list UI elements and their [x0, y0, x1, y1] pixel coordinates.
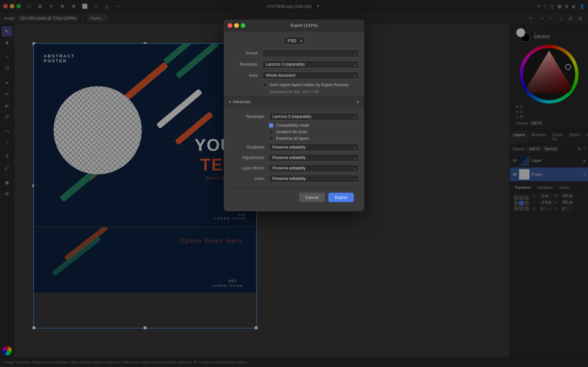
gradients-row: Gradients: Preserve editability: [229, 143, 359, 151]
dialog-tl-green[interactable]: [241, 23, 245, 28]
preset-select-wrap: [262, 49, 359, 57]
adjustments-wrap: Preserve editability: [269, 154, 359, 162]
gradients-wrap: Preserve editability: [269, 143, 359, 151]
cancel-button[interactable]: Cancel: [299, 193, 325, 202]
adjustments-row: Adjustments: Preserve editability: [229, 154, 359, 162]
effects-row: Layer effects: Preserve editability: [229, 164, 359, 172]
export-button[interactable]: Export: [328, 193, 354, 202]
gradients-label: Gradients:: [229, 145, 265, 150]
dialog-title: Export (142%): [248, 23, 360, 28]
area-label: Area:: [229, 73, 258, 78]
lines-row: Lines: Preserve editability: [229, 175, 359, 183]
collapse-icon: ▾: [229, 100, 231, 104]
dialog-body: PSD Preset: Resample: Lanczos 3 (se: [224, 31, 364, 211]
adv-resample-select[interactable]: Lanczos 3 (separable): [269, 113, 359, 120]
resample-row: Resample: Lanczos 3 (separable): [229, 60, 359, 68]
compat-checkbox[interactable]: [269, 123, 273, 128]
effects-wrap: Preserve editability: [269, 164, 359, 172]
dialog-tl-red[interactable]: [228, 23, 232, 28]
advanced-toggle[interactable]: ▾ Advanced ≡: [224, 96, 364, 107]
adv-resample-label: Resample:: [229, 114, 265, 119]
area-select-wrap: Whole document: [262, 72, 359, 79]
resample-select[interactable]: Lanczos 3 (separable): [262, 60, 359, 68]
advanced-section: Resample: Lanczos 3 (separable) Compatib…: [229, 109, 359, 188]
filesize-label: Estimated File Size:: [270, 90, 301, 94]
gradients-select[interactable]: Preserve editability: [269, 143, 359, 151]
compat-row: Compatibility mode: [269, 123, 359, 128]
resample-select-wrap: Lanczos 3 (separable): [262, 60, 359, 68]
adv-resample-wrap: Lanczos 3 (separable): [269, 113, 359, 120]
filesize-row: Estimated File Size: 283.17 kB: [229, 90, 359, 94]
dialog-titlebar: Export (142%): [224, 20, 364, 31]
dialog-traffic-lights: [228, 23, 245, 28]
advanced-menu-icon[interactable]: ≡: [356, 99, 359, 104]
format-row: PSD: [229, 37, 359, 45]
format-select-wrap: PSD: [284, 37, 305, 45]
rasterise-checkbox[interactable]: [269, 136, 273, 141]
adv-checks: Compatibility mode Smallest file sizes R…: [269, 123, 359, 141]
area-select[interactable]: Whole document: [262, 72, 359, 79]
dialog-overlay: Export (142%) PSD Preset:: [0, 0, 588, 367]
preset-select[interactable]: [262, 49, 359, 57]
preset-row: Preset:: [229, 49, 359, 57]
effects-label: Layer effects:: [229, 166, 265, 170]
rasterise-row: Rasterise all layers: [269, 136, 359, 141]
effects-select[interactable]: Preserve editability: [269, 164, 359, 172]
area-row: Area: Whole document: [229, 72, 359, 79]
hidden-layers-row: Don't export layers hidden by Export Per…: [262, 83, 359, 87]
lines-label: Lines:: [229, 176, 265, 181]
format-select[interactable]: PSD: [284, 37, 305, 45]
smallest-label: Smallest file sizes: [276, 130, 307, 134]
hidden-layers-checkbox[interactable]: [262, 83, 267, 87]
dialog-tl-yellow[interactable]: [234, 23, 239, 28]
preset-label: Preset:: [229, 51, 258, 56]
lines-select[interactable]: Preserve editability: [269, 175, 359, 183]
advanced-label: Advanced: [233, 100, 354, 104]
adjustments-select[interactable]: Preserve editability: [269, 154, 359, 162]
hidden-layers-label: Don't export layers hidden by Export Per…: [270, 83, 348, 87]
adjustments-label: Adjustments:: [229, 155, 265, 160]
lines-wrap: Preserve editability: [269, 175, 359, 183]
smallest-row: Smallest file sizes: [269, 130, 359, 134]
compat-label: Compatibility mode: [276, 123, 309, 128]
resample-label: Resample:: [229, 62, 258, 67]
rasterise-label: Rasterise all layers: [276, 136, 309, 141]
dialog-footer: Cancel Export: [229, 188, 359, 206]
export-dialog: Export (142%) PSD Preset:: [224, 20, 364, 211]
filesize-value: 283.17 kB: [302, 90, 318, 94]
smallest-checkbox[interactable]: [269, 130, 273, 134]
adv-resample-row: Resample: Lanczos 3 (separable): [229, 113, 359, 120]
